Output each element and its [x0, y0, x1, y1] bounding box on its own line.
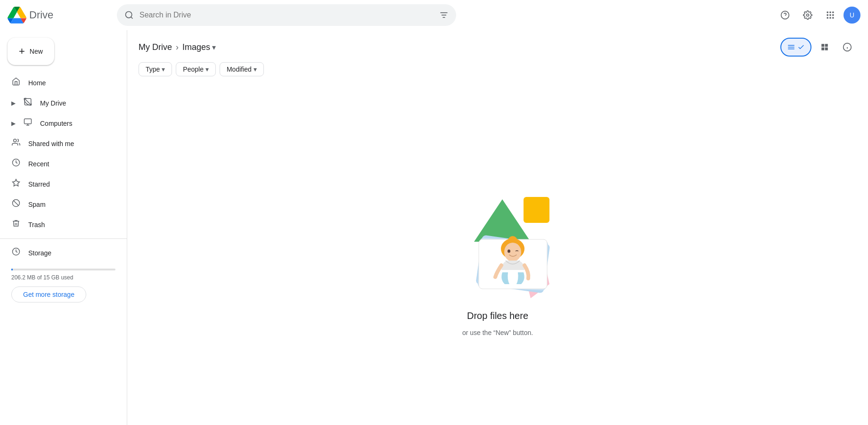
new-button[interactable]: + New: [8, 38, 54, 65]
svg-rect-10: [832, 12, 834, 13]
storage-text: 206.2 MB of 15 GB used: [11, 274, 115, 281]
view-controls: [780, 38, 857, 57]
sidebar-item-spam[interactable]: Spam: [0, 194, 119, 214]
sidebar-item-starred[interactable]: Starred: [0, 174, 119, 194]
sidebar-item-trash[interactable]: Trash: [0, 214, 119, 235]
svg-rect-9: [829, 12, 831, 13]
recent-icon: [11, 158, 21, 169]
breadcrumb: My Drive › Images ▾: [139, 42, 216, 52]
expand-computers-icon: ▶: [11, 120, 16, 127]
content-area: My Drive › Images ▾: [127, 30, 868, 425]
info-button[interactable]: [838, 38, 857, 57]
sidebar-item-recent[interactable]: Recent: [0, 154, 119, 174]
storage-bar-fill: [11, 269, 13, 270]
people-filter-label: People: [183, 65, 204, 73]
svg-marker-23: [13, 180, 20, 186]
sidebar-item-recent-label: Recent: [28, 160, 49, 168]
my-drive-icon: [23, 98, 33, 108]
sidebar-item-shared-with-me[interactable]: Shared with me: [0, 133, 119, 154]
trash-icon: [11, 219, 21, 230]
grid-view-button[interactable]: [815, 38, 834, 57]
check-icon: [797, 43, 805, 51]
expand-my-drive-icon: ▶: [11, 100, 16, 106]
plus-icon: +: [19, 45, 25, 57]
sidebar-item-storage[interactable]: Storage: [0, 243, 119, 263]
sidebar-item-home[interactable]: Home: [0, 73, 119, 93]
svg-rect-16: [832, 17, 834, 18]
svg-rect-12: [829, 14, 831, 16]
info-icon: [843, 42, 852, 52]
spam-icon: [11, 199, 21, 210]
sidebar-item-starred-label: Starred: [28, 180, 50, 188]
svg-rect-15: [829, 17, 831, 18]
list-view-icon: [787, 43, 795, 51]
settings-button[interactable]: [798, 6, 817, 25]
search-input[interactable]: [139, 11, 434, 19]
storage-icon: [11, 247, 21, 258]
svg-rect-14: [827, 17, 828, 18]
sidebar-item-my-drive-label: My Drive: [40, 99, 66, 107]
sidebar: + New Home ▶: [0, 30, 127, 425]
empty-folder-illustration: [432, 171, 564, 303]
help-button[interactable]: [776, 6, 794, 25]
breadcrumb-current-label: Images: [182, 42, 210, 52]
storage-bar-background: [11, 269, 115, 270]
starred-icon: [11, 179, 21, 189]
drive-logo-icon: [8, 6, 26, 25]
people-filter-chip[interactable]: People ▾: [176, 62, 216, 76]
svg-point-38: [508, 249, 510, 253]
filter-bar: Type ▾ People ▾ Modified ▾: [127, 60, 868, 82]
modified-filter-chevron-icon: ▾: [254, 65, 257, 73]
search-icon: [124, 10, 134, 20]
svg-point-0: [126, 12, 132, 18]
svg-rect-18: [25, 119, 32, 124]
modified-filter-label: Modified: [227, 65, 252, 73]
type-filter-label: Type: [146, 65, 160, 73]
main-layout: + New Home ▶: [0, 30, 868, 425]
svg-point-7: [807, 14, 809, 16]
new-button-label: New: [30, 48, 43, 55]
people-filter-chevron-icon: ▾: [205, 65, 209, 73]
filter-controls-icon[interactable]: [439, 10, 449, 20]
sidebar-item-spam-label: Spam: [28, 201, 46, 208]
drop-zone-subtext: or use the “New” button.: [462, 329, 533, 336]
sidebar-item-my-drive[interactable]: ▶ My Drive: [0, 93, 119, 113]
sidebar-item-computers-label: Computers: [40, 120, 72, 127]
apps-button[interactable]: [821, 6, 840, 25]
svg-marker-29: [474, 199, 531, 242]
storage-area: 206.2 MB of 15 GB used Get more storage: [0, 263, 127, 308]
breadcrumb-parent[interactable]: My Drive: [139, 42, 172, 52]
svg-line-25: [14, 201, 19, 206]
sidebar-item-storage-label: Storage: [28, 249, 51, 257]
drop-zone: Drop files here or use the “New” button.: [127, 82, 868, 425]
svg-rect-8: [827, 12, 828, 13]
sidebar-divider: [0, 238, 127, 239]
avatar[interactable]: U: [843, 7, 860, 24]
drop-zone-heading: Drop files here: [467, 311, 528, 321]
topbar: Drive U: [0, 0, 868, 30]
type-filter-chip[interactable]: Type ▾: [139, 62, 172, 76]
app-title: Drive: [29, 9, 53, 21]
list-view-button[interactable]: [780, 38, 811, 57]
breadcrumb-bar: My Drive › Images ▾: [127, 30, 868, 60]
breadcrumb-current: Images ▾: [182, 42, 216, 52]
svg-point-37: [504, 243, 521, 262]
svg-point-21: [14, 139, 16, 142]
computers-icon: [23, 118, 33, 129]
get-more-storage-button[interactable]: Get more storage: [11, 286, 86, 302]
type-filter-chevron-icon: ▾: [162, 65, 165, 73]
search-bar[interactable]: [117, 4, 456, 26]
grid-view-icon: [820, 43, 829, 51]
sidebar-item-shared-with-me-label: Shared with me: [28, 140, 74, 147]
modified-filter-chip[interactable]: Modified ▾: [220, 62, 264, 76]
svg-line-1: [131, 17, 133, 19]
sidebar-item-computers[interactable]: ▶ Computers: [0, 113, 119, 133]
shared-with-me-icon: [11, 138, 21, 149]
topbar-right: U: [776, 6, 860, 25]
svg-rect-13: [832, 14, 834, 16]
breadcrumb-dropdown-icon[interactable]: ▾: [212, 43, 216, 52]
drop-illustration: [432, 171, 564, 303]
home-icon: [11, 77, 21, 88]
svg-rect-11: [827, 14, 828, 16]
logo-area: Drive: [8, 6, 111, 25]
